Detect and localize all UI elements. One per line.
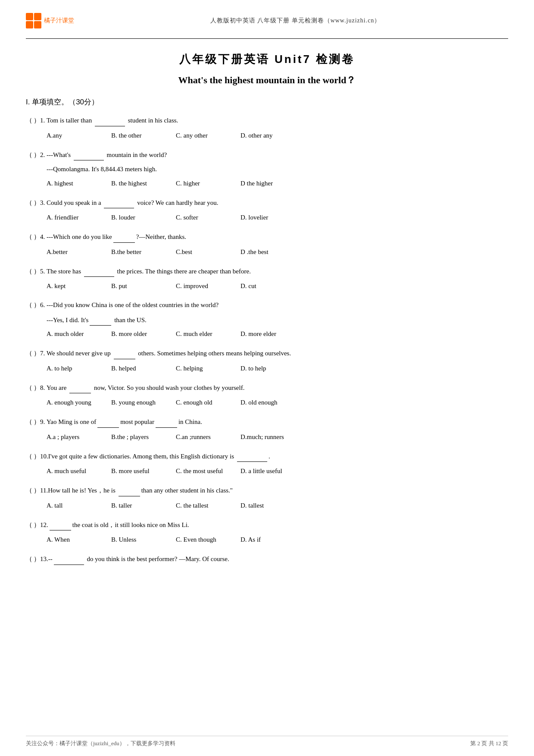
q1-optA: A.any — [47, 130, 98, 141]
q4-num: ）4. — [34, 233, 47, 241]
q11-options: A. tall B. taller C. the tallest D. tall… — [47, 500, 508, 511]
q10-row: （ ）10. I've got quite a few dictionaries… — [26, 451, 508, 462]
header-divider — [26, 38, 508, 39]
q6-bracket: （ — [26, 301, 34, 309]
q2-optD: D the higher — [240, 178, 292, 189]
q8-text: You are now, Victor. So you should wash … — [47, 382, 508, 394]
section1-title: I. 单项填空。（30分） — [26, 97, 508, 107]
q5-bracket: （ — [26, 267, 34, 276]
q5-optD: D. cut — [240, 280, 292, 292]
q1-optD: D. other any — [240, 130, 292, 141]
q3-optC: C. softer — [176, 212, 228, 223]
q7-num: ）7. — [34, 349, 47, 358]
q10-optA: A. much useful — [47, 465, 98, 477]
q10-text: I've got quite a few dictionaries. Among… — [48, 451, 508, 462]
q3-optD: D. lovelier — [240, 212, 292, 223]
question-12: （ ）12. the coat is old，it still looks ni… — [26, 519, 508, 546]
q10-bracket: （ — [26, 452, 34, 461]
question-8: （ ）8. You are now, Victor. So you should… — [26, 382, 508, 409]
q3-bracket: （ — [26, 199, 34, 207]
question-3: （ ）3. Could you speak in a voice? We can… — [26, 197, 508, 224]
q2-sub: ---Qomolangma. It's 8,844.43 meters high… — [47, 164, 508, 175]
q8-num: ）8. — [34, 384, 47, 392]
q4-optB: B.the better — [111, 246, 163, 258]
svg-rect-2 — [26, 21, 33, 28]
q4-blank — [113, 231, 135, 243]
q2-bracket: （ — [26, 151, 34, 159]
q3-text: Could you speak in a voice? We can hardl… — [47, 197, 508, 209]
q11-blank — [119, 485, 140, 496]
q1-num: ）1. — [34, 116, 47, 125]
q6-sub: ---Yes, I did. It's than the US. — [47, 314, 508, 326]
q5-options: A. kept B. put C. improved D. cut — [47, 280, 508, 292]
q8-optA: A. enough young — [47, 397, 98, 408]
q3-options: A. friendlier B. louder C. softer D. lov… — [47, 212, 508, 223]
question-9: （ ）9. Yao Ming is one of most popular in… — [26, 416, 508, 443]
q9-num: ）9. — [34, 418, 47, 426]
q3-optA: A. friendlier — [47, 212, 98, 223]
q12-optC: C. Even though — [176, 534, 228, 546]
q4-text: ---Which one do you like ?—Neither, than… — [47, 231, 508, 243]
q12-optD: D. As if — [240, 534, 292, 546]
q13-bracket: （ — [26, 555, 34, 563]
q9-optA: A.a ; players — [47, 431, 98, 443]
q6-optD: D. more elder — [240, 328, 292, 340]
q13-row: （ ）13.-- do you think is the best perfor… — [26, 553, 508, 565]
header-subtitle: 人教版初中英语 八年级下册 单元检测卷（www.juzizhi.cn） — [83, 17, 508, 25]
q1-row: （ ）1. Tom is taller than student in his … — [26, 115, 508, 126]
question-4: （ ）4. ---Which one do you like ?—Neither… — [26, 231, 508, 258]
q10-optD: D. a little useful — [240, 465, 292, 477]
q10-num: ）10. — [34, 452, 48, 461]
q1-optB: B. the other — [111, 130, 163, 141]
q7-optA: A. to help — [47, 363, 98, 374]
q8-optD: D. old enough — [240, 397, 292, 408]
svg-rect-1 — [34, 13, 41, 20]
q11-optC: C. the tallest — [176, 500, 228, 511]
q11-text: How tall he is! Yes，he is than any other… — [48, 485, 508, 496]
question-2: （ ）2. ---What's mountain in the world? -… — [26, 149, 508, 189]
footer: 关注公众号：橘子汁课堂（juzizhi_edu），下载更多学习资料 第 2 页 … — [26, 736, 508, 747]
q4-options: A.better B.the better C.best D .the best — [47, 246, 508, 258]
q6-row: （ ）6. ---Did you know China is one of th… — [26, 300, 508, 311]
q6-optC: C. much elder — [176, 328, 228, 340]
q12-text: the coat is old，it still looks nice on M… — [48, 519, 508, 531]
q5-row: （ ）5. The store has the prices. The thin… — [26, 266, 508, 277]
header: 橘子汁课堂 人教版初中英语 八年级下册 单元检测卷（www.juzizhi.cn… — [26, 9, 508, 35]
q9-blank1 — [97, 416, 119, 428]
q5-optB: B. put — [111, 280, 163, 292]
q12-bracket: （ — [26, 521, 34, 529]
q4-bracket: （ — [26, 233, 34, 241]
q10-options: A. much useful B. more useful C. the mos… — [47, 465, 508, 477]
logo-box: 橘子汁课堂 — [26, 13, 74, 28]
logo-icon — [26, 13, 41, 28]
q12-blank — [50, 519, 71, 531]
q8-optB: B. young enough — [111, 397, 163, 408]
q9-options: A.a ; players B.the ; players C.an ;runn… — [47, 431, 508, 443]
q4-row: （ ）4. ---Which one do you like ?—Neither… — [26, 231, 508, 243]
main-title-block: 八年级下册英语 Unit7 检测卷 — [26, 52, 508, 67]
q9-blank2 — [156, 416, 177, 428]
q9-bracket: （ — [26, 418, 34, 426]
q7-options: A. to help B. helped C. helping D. to he… — [47, 363, 508, 374]
svg-rect-3 — [34, 21, 41, 28]
q6-optA: A. much older — [47, 328, 98, 340]
q6-blank — [90, 314, 111, 326]
q2-optA: A. highest — [47, 178, 98, 189]
subtitle-block: What's the highest mountain in the world… — [26, 74, 508, 87]
q9-optC: C.an ;runners — [176, 431, 228, 443]
q8-row: （ ）8. You are now, Victor. So you should… — [26, 382, 508, 394]
q1-blank — [95, 115, 125, 126]
q2-num: ）2. — [34, 151, 47, 159]
question-1: （ ）1. Tom is taller than student in his … — [26, 115, 508, 141]
q2-row: （ ）2. ---What's mountain in the world? — [26, 149, 508, 161]
q5-text: The store has the prices. The things the… — [47, 266, 508, 277]
q5-num: ）5. — [34, 267, 47, 276]
q7-row: （ ）7. We should never give up others. So… — [26, 348, 508, 359]
q9-text: Yao Ming is one of most popular in China… — [47, 416, 508, 428]
footer-right: 第 2 页 共 12 页 — [470, 740, 508, 747]
q10-optB: B. more useful — [111, 465, 163, 477]
q7-bracket: （ — [26, 349, 34, 358]
question-13: （ ）13.-- do you think is the best perfor… — [26, 553, 508, 565]
q12-optB: B. Unless — [111, 534, 163, 546]
q6-options: A. much older B. more older C. much elde… — [47, 328, 508, 340]
